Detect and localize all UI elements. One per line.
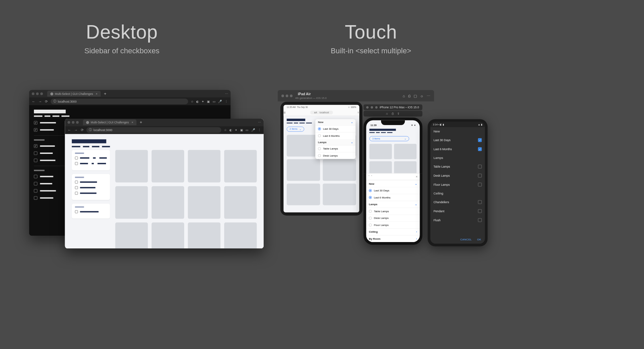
result-card[interactable] <box>115 223 148 248</box>
safari-url[interactable]: localhost <box>320 111 329 114</box>
filter-checkbox-row[interactable] <box>34 121 66 124</box>
result-card[interactable] <box>394 144 417 159</box>
extension-icon[interactable]: ✦ <box>202 100 204 103</box>
rotate-icon[interactable]: ▢ <box>414 94 417 98</box>
star-icon[interactable]: ☆ <box>191 100 194 103</box>
new-tab-button[interactable]: + <box>138 120 144 125</box>
mic-icon[interactable]: 🎤 <box>251 128 255 132</box>
browser-tab[interactable]: Multi-Select | GUI Challenges × <box>47 91 101 97</box>
sidebar-icon[interactable]: ▥ <box>283 111 286 114</box>
option-desk-lamps[interactable]: Desk Lamps <box>366 215 420 222</box>
filter-checkbox-row[interactable] <box>75 192 107 195</box>
ok-button[interactable]: OK <box>477 238 481 241</box>
option-floor-lamps[interactable]: Floor Lamps <box>430 180 485 189</box>
close-icon[interactable]: × <box>416 175 418 178</box>
optgroup-new[interactable]: New⌄ <box>315 119 356 125</box>
result-card[interactable] <box>152 223 184 248</box>
result-card[interactable] <box>287 159 320 181</box>
filter-checkbox-row[interactable] <box>34 152 66 155</box>
extension-icon[interactable]: ✦ <box>235 128 237 132</box>
option-last-6-months[interactable]: Last 6 Months <box>430 144 485 154</box>
home-icon[interactable]: ⌂ <box>403 94 405 98</box>
close-tab-icon[interactable]: × <box>131 120 133 124</box>
appearance-icon[interactable]: ☼ <box>420 94 423 98</box>
result-card[interactable] <box>152 186 184 219</box>
option-last-30-days[interactable]: Last 30 Days <box>366 187 420 194</box>
browser-tab[interactable]: Multi-Select | GUI Challenges × <box>83 119 137 125</box>
url-input[interactable]: ⓘ localhost:3000 <box>87 127 221 133</box>
option-floor-lamps[interactable]: Floor Lamps <box>366 221 420 228</box>
screenshot-icon[interactable]: ⎙ <box>392 112 394 115</box>
optgroup-new[interactable]: New⌄ <box>366 180 420 187</box>
filter-checkbox-row[interactable] <box>34 196 66 199</box>
option-last-6-months[interactable]: Last 6 Months <box>366 194 420 201</box>
result-card[interactable] <box>287 183 320 205</box>
option-pendant[interactable]: Pendant <box>430 207 485 216</box>
share-icon[interactable]: ⇪ <box>357 111 359 114</box>
option-table-lamps[interactable]: Table Lamps <box>366 208 420 215</box>
filter-checkbox-row[interactable] <box>34 159 66 162</box>
result-card[interactable] <box>323 183 356 205</box>
option-table-lamps[interactable]: Table Lamps <box>430 162 485 171</box>
screenshot-icon[interactable]: ⎙ <box>408 94 410 98</box>
optgroup-byroom[interactable]: By Room› <box>366 235 420 242</box>
filter-checkbox-row[interactable] <box>34 128 66 131</box>
option-flush[interactable]: Flush <box>430 216 485 225</box>
select-popover[interactable]: New⌄ Last 30 Days Last 6 Months Lamps⌄ T… <box>315 119 356 159</box>
filter-checkbox-row[interactable] <box>34 182 66 185</box>
new-tab-button[interactable]: + <box>102 92 108 96</box>
option-last-30-days[interactable]: Last 30 Days <box>315 125 356 132</box>
result-card[interactable] <box>369 144 392 159</box>
tag-icon[interactable]: ▣ <box>240 128 243 132</box>
filter-chip[interactable]: 2 Items <box>287 126 304 131</box>
chevron-up-icon[interactable]: ˄ <box>368 175 370 178</box>
more-icon[interactable]: ⋯ <box>427 94 430 98</box>
result-card[interactable] <box>188 186 220 219</box>
back-icon[interactable]: ← <box>32 99 35 103</box>
filter-checkbox-row[interactable] <box>75 210 107 213</box>
reload-icon[interactable]: ⟳ <box>81 128 84 132</box>
option-table-lamps[interactable]: Table Lamps <box>315 145 356 152</box>
forward-icon[interactable]: → <box>39 99 42 103</box>
select-sheet[interactable]: ˄ ˅ × New⌄ Last 30 Days Last 6 Months La… <box>366 173 420 242</box>
result-card[interactable] <box>224 150 257 182</box>
result-card[interactable] <box>323 159 356 181</box>
url-input[interactable]: ⓘ localhost:3000 <box>51 98 188 104</box>
share-icon[interactable]: ⇪ <box>397 112 400 115</box>
window-menu-icon[interactable]: ⋯ <box>258 121 261 124</box>
optgroup-lamps[interactable]: Lamps⌄ <box>315 139 356 145</box>
chevron-down-icon[interactable]: ˅ <box>371 175 372 178</box>
traffic-lights[interactable] <box>67 121 78 124</box>
option-desk-lamps[interactable]: Desk Lamps <box>315 152 356 159</box>
result-card[interactable] <box>152 150 184 182</box>
filter-checkbox-row[interactable] <box>75 157 107 160</box>
mic-icon[interactable]: 🎤 <box>218 100 222 103</box>
option-chandeliers[interactable]: Chandeliers <box>430 197 485 207</box>
result-card[interactable] <box>188 150 220 182</box>
filter-checkbox-row[interactable] <box>75 186 107 189</box>
option-desk-lamps[interactable]: Desk Lamps <box>430 171 485 180</box>
forward-icon[interactable]: → <box>74 128 77 132</box>
home-icon[interactable]: ⌂ <box>386 112 388 115</box>
devtools-icon[interactable]: ◐ <box>229 128 232 132</box>
filter-checkbox-row[interactable] <box>34 144 66 148</box>
optgroup-ceiling[interactable]: Ceiling› <box>366 228 420 235</box>
cancel-button[interactable]: CANCEL <box>460 238 472 241</box>
result-card[interactable] <box>115 186 148 219</box>
cast-icon[interactable]: ▭ <box>213 100 216 103</box>
aa-button[interactable]: aA <box>314 111 317 114</box>
optgroup-lamps[interactable]: Lamps⌄ <box>366 201 420 208</box>
filter-chip[interactable]: 3 Items <box>369 136 409 141</box>
close-tab-icon[interactable]: × <box>96 92 98 96</box>
traffic-lights[interactable] <box>32 93 43 95</box>
option-last-30-days[interactable]: Last 30 Days <box>430 135 485 144</box>
back-icon[interactable]: ← <box>67 128 71 132</box>
filter-checkbox-row[interactable] <box>34 189 66 192</box>
filter-checkbox-row[interactable] <box>34 175 66 178</box>
result-card[interactable] <box>115 150 148 182</box>
star-icon[interactable]: ☆ <box>224 128 227 132</box>
menu-icon[interactable]: ⋮ <box>225 100 228 103</box>
tag-icon[interactable]: ▣ <box>207 100 210 103</box>
devtools-icon[interactable]: ◐ <box>196 100 199 103</box>
result-card[interactable] <box>224 223 257 248</box>
